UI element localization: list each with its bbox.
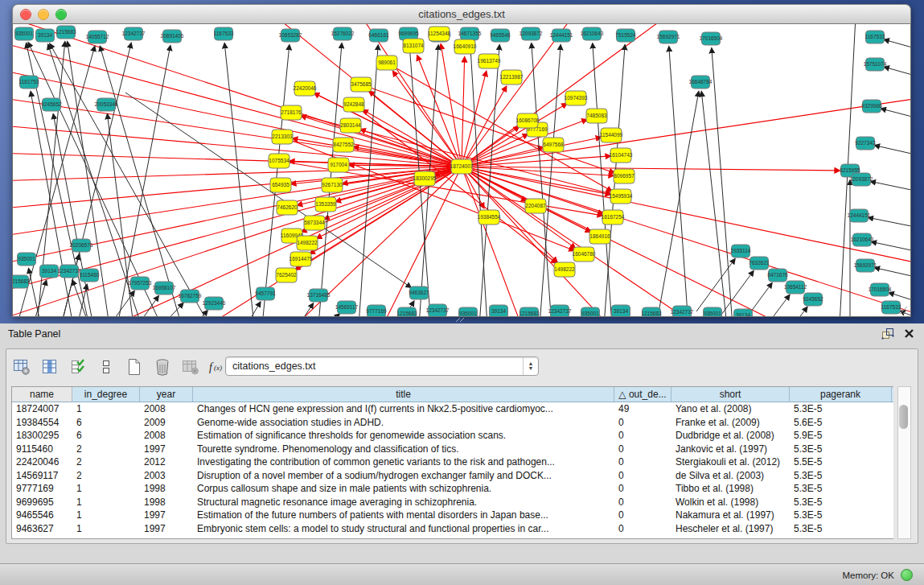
network-node-teal[interactable]: 15692971 — [657, 31, 680, 43]
table-cell[interactable]: 6 — [72, 416, 140, 430]
table-cell[interactable]: Nakamura et al. (1997) — [671, 509, 790, 522]
network-node-yellow[interactable]: 12213987 — [500, 70, 524, 84]
network-node-teal[interactable]: 1215683 — [396, 307, 417, 316]
table-cell[interactable]: 1997 — [140, 443, 193, 456]
column-header-year[interactable]: year — [140, 387, 193, 402]
table-cell[interactable]: Jankovic et al. (1997) — [671, 443, 790, 456]
network-node-teal[interactable]: 17957253 — [129, 277, 152, 290]
table-row[interactable]: 1938455462009Genome-wide association stu… — [12, 416, 893, 430]
network-node-teal[interactable]: 15692971 — [854, 259, 877, 272]
table-cell[interactable]: 2012 — [140, 455, 193, 469]
table-cell[interactable]: 5.5E-5 — [790, 455, 892, 469]
window-titlebar[interactable]: citations_edges.txt — [12, 4, 911, 24]
citation-edge-black[interactable] — [77, 285, 87, 316]
table-cell[interactable]: Embryonic stem cells: a model to study s… — [193, 522, 614, 536]
table-cell[interactable]: 2 — [72, 443, 140, 456]
network-node-yellow[interactable]: 16086708 — [516, 113, 540, 128]
network-node-yellow[interactable]: 16104743 — [610, 148, 633, 163]
network-node-teal[interactable]: 14569117 — [335, 301, 359, 314]
table-cell[interactable]: 1 — [72, 482, 140, 496]
table-cell[interactable]: Yano et al. (2008) — [671, 402, 790, 416]
citation-edge-black[interactable] — [100, 47, 182, 316]
column-header-in-degree[interactable]: in_degree — [72, 387, 140, 402]
table-cell[interactable]: 1998 — [140, 482, 193, 496]
table-cell[interactable]: 0 — [614, 416, 671, 430]
table-cell[interactable]: 2008 — [140, 402, 193, 416]
table-cell[interactable]: Structural magnetic resonance image aver… — [193, 496, 614, 509]
scrollbar-thumb[interactable] — [899, 405, 908, 429]
network-node-teal[interactable]: 9329966 — [861, 100, 882, 113]
network-node-teal[interactable]: 1215683 — [13, 275, 30, 288]
network-node-teal[interactable]: 1167533 — [865, 31, 885, 43]
network-node-teal[interactable]: 17016504 — [869, 283, 892, 296]
citation-edge-black[interactable] — [470, 43, 487, 316]
close-window-icon[interactable] — [20, 9, 31, 20]
table-row[interactable]: 946362711997Embryonic stem cells: a mode… — [12, 522, 893, 536]
table-cell[interactable]: Tibbo et al. (1998) — [671, 482, 790, 496]
network-node-teal[interactable]: 39134 — [490, 305, 508, 316]
network-node-yellow[interactable]: 19613749 — [478, 54, 501, 68]
table-cell[interactable]: 0 — [614, 496, 671, 509]
citation-edge-black[interactable] — [298, 303, 313, 316]
network-node-yellow[interactable]: 1353359 — [315, 197, 336, 212]
table-cell[interactable]: 0 — [614, 522, 671, 536]
citation-edge-black[interactable] — [885, 39, 910, 48]
network-node-teal[interactable]: 935001 — [581, 307, 600, 316]
table-cell[interactable]: 1 — [72, 509, 140, 522]
network-node-yellow[interactable]: 7462620 — [277, 200, 298, 215]
table-cell[interactable]: 2 — [72, 455, 140, 469]
citation-edge-red[interactable] — [324, 167, 462, 219]
table-row[interactable]: 977716911998Corpus callosum shape and si… — [12, 482, 893, 496]
network-node-yellow[interactable]: 989061 — [376, 56, 397, 70]
network-node-yellow[interactable]: 16167254 — [602, 210, 625, 225]
network-node-yellow[interactable]: 1075534 — [269, 154, 290, 168]
table-cell[interactable]: Genome-wide association studies in ADHD. — [193, 416, 614, 430]
network-node-yellow[interactable]: 2213303 — [272, 130, 293, 144]
network-node-teal[interactable]: 12342737 — [58, 265, 81, 278]
network-node-teal[interactable]: 2935114 — [731, 245, 751, 257]
table-row[interactable]: 969969511998Structural magnetic resonanc… — [12, 496, 893, 509]
network-node-teal[interactable]: 7632621 — [749, 257, 770, 270]
network-node-yellow[interactable]: 654935 — [270, 178, 291, 192]
table-cell[interactable]: 14569117 — [12, 469, 72, 483]
citation-edge-red[interactable] — [462, 167, 910, 266]
new-table-icon[interactable] — [124, 356, 145, 378]
create-column-icon[interactable] — [68, 356, 88, 378]
column-header-pagerank[interactable]: pagerank — [790, 387, 892, 402]
delete-column-icon[interactable] — [152, 356, 173, 378]
table-cell[interactable]: 6 — [72, 429, 140, 443]
network-node-teal[interactable]: 12923446 — [203, 297, 226, 310]
network-node-teal[interactable]: 935001 — [15, 27, 34, 40]
citation-edge-black[interactable] — [246, 302, 261, 316]
network-node-yellow[interactable]: 3475685 — [351, 77, 372, 92]
network-node-yellow[interactable]: 2718176 — [281, 105, 302, 120]
table-cell[interactable]: 0 — [614, 455, 671, 469]
table-row[interactable]: 2242004622012Investigating the contribut… — [12, 455, 893, 469]
network-node-yellow[interactable]: 10974393 — [565, 91, 588, 105]
table-cell[interactable]: Stergiakouli et al. (2012) — [671, 455, 790, 469]
table-cell[interactable]: 9463627 — [12, 522, 72, 536]
table-cell[interactable]: 5.3E-5 — [790, 482, 892, 496]
column-header-short[interactable]: short — [671, 387, 790, 402]
network-node-teal[interactable]: 20891406 — [161, 30, 184, 43]
citation-edge-red[interactable] — [441, 44, 462, 167]
column-header-name[interactable]: name — [12, 387, 72, 402]
table-cell[interactable]: Dudbridge et al. (2008) — [671, 429, 790, 443]
table-cell[interactable]: 5.9E-5 — [790, 429, 892, 443]
network-node-yellow[interactable]: 1498222 — [297, 236, 318, 250]
citation-edge-black[interactable] — [869, 217, 910, 227]
network-node-teal[interactable]: 935001 — [704, 307, 722, 316]
network-node-teal[interactable]: 39134 — [734, 309, 753, 316]
citation-edge-black[interactable] — [875, 146, 910, 154]
citation-edge-black[interactable] — [871, 181, 910, 191]
panel-splitter-handle[interactable] — [455, 317, 466, 323]
table-cell[interactable]: 5.3E-5 — [790, 469, 892, 483]
table-cell[interactable]: Investigating the contribution of common… — [193, 455, 614, 469]
table-cell[interactable]: Changes of HCN gene expression and I(f) … — [193, 402, 614, 416]
network-node-teal[interactable]: 8471676 — [767, 269, 788, 282]
network-node-teal[interactable]: 16958107 — [153, 282, 176, 295]
network-node-yellow[interactable]: 11544099 — [600, 128, 623, 142]
table-cell[interactable]: Wolkin et al. (1998) — [671, 496, 790, 509]
citation-edge-black[interactable] — [889, 293, 910, 301]
citation-edge-black[interactable] — [885, 67, 910, 76]
